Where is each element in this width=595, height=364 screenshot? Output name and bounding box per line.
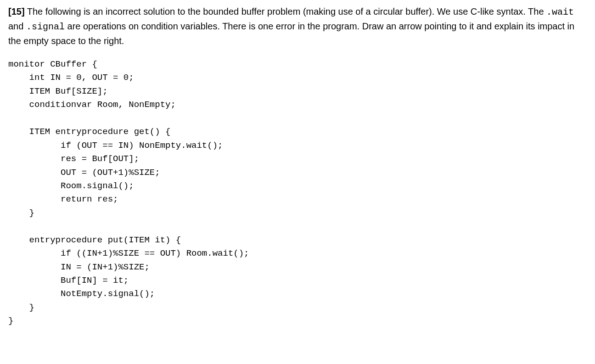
question-prompt: [15] The following is an incorrect solut… xyxy=(8,5,587,48)
code-line-17: Buf[IN] = it; xyxy=(8,275,129,286)
code-line-9: OUT = (OUT+1)%SIZE; xyxy=(8,168,160,178)
code-line-11: return res; xyxy=(8,194,118,204)
question-text-part1: The following is an incorrect solution t… xyxy=(25,6,547,17)
code-line-16: IN = (IN+1)%SIZE; xyxy=(8,262,150,272)
question-text-part2: and xyxy=(8,21,26,31)
inline-code-wait: .wait xyxy=(546,7,574,17)
code-line-18: NotEmpty.signal(); xyxy=(8,289,155,299)
code-line-10: Room.signal(); xyxy=(8,181,134,191)
code-line-8: res = Buf[OUT]; xyxy=(8,154,139,164)
code-line-19: } xyxy=(8,302,34,313)
code-line-2: int IN = 0, OUT = 0; xyxy=(8,73,134,83)
inline-code-signal: .signal xyxy=(26,22,65,32)
question-text-part3: are operations on condition variables. T… xyxy=(8,21,574,46)
code-line-4: conditionvar Room, NonEmpty; xyxy=(8,100,176,110)
code-line-14: entryprocedure put(ITEM it) { xyxy=(8,235,181,245)
code-line-1: monitor CBuffer { xyxy=(8,59,97,69)
code-line-7: if (OUT == IN) NonEmpty.wait(); xyxy=(8,140,223,151)
code-block: monitor CBuffer { int IN = 0, OUT = 0; I… xyxy=(8,58,587,328)
code-line-6: ITEM entryprocedure get() { xyxy=(8,127,170,137)
code-line-20: } xyxy=(8,316,13,326)
code-line-3: ITEM Buf[SIZE]; xyxy=(8,86,108,96)
code-line-15: if ((IN+1)%SIZE == OUT) Room.wait(); xyxy=(8,248,249,258)
code-line-12: } xyxy=(8,208,34,218)
question-number: [15] xyxy=(8,6,25,17)
